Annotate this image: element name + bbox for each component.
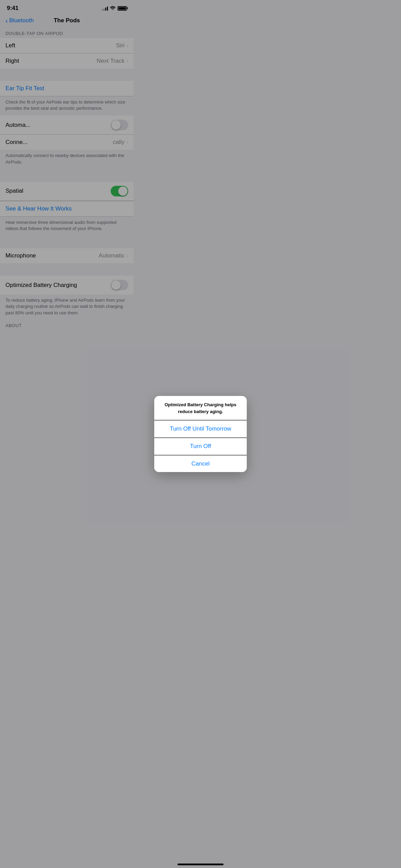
overlay: Optimized Battery Charging helps reduce … bbox=[0, 0, 134, 330]
